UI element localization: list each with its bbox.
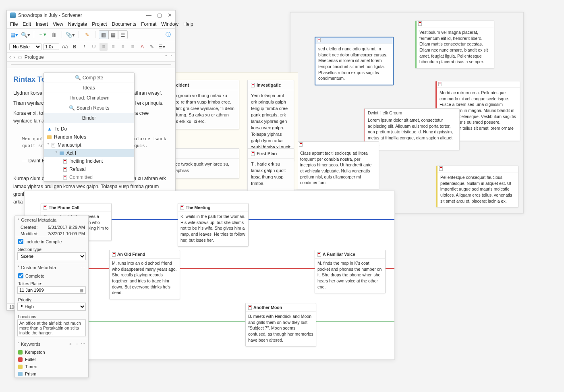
timeline-card-oldfriend[interactable]: An Old Friend M. runs into an old school…: [109, 250, 180, 299]
note-body: Class aptent taciti sociosqu ad litora t…: [297, 148, 379, 189]
binder-item-refusal[interactable]: Refusal: [44, 165, 134, 173]
menu-project[interactable]: Project: [92, 21, 107, 27]
align-right-button[interactable]: ≡: [119, 43, 127, 51]
ruler[interactable]: [7, 62, 175, 68]
note-card[interactable]: Vestibulum vel magna placerat, fermentum…: [415, 21, 494, 68]
created-label: Created:: [21, 225, 37, 230]
priority-select[interactable]: !! High: [17, 303, 86, 311]
menu-edit[interactable]: Edit: [23, 21, 31, 27]
menu-file[interactable]: File: [10, 21, 18, 27]
menu-window[interactable]: Window: [161, 21, 178, 27]
search-icon[interactable]: 🔍▾: [21, 30, 31, 39]
keyword-swatch: [18, 357, 23, 362]
binder-head-search[interactable]: 🔍Search Results: [44, 103, 134, 113]
binder-toggle-icon[interactable]: ▤▾: [9, 30, 19, 39]
takes-place-label: Takes Place:: [15, 280, 88, 286]
compose-icon[interactable]: ✎: [82, 30, 92, 39]
binder-item-random[interactable]: Random Notes: [44, 133, 134, 141]
note-card[interactable]: Class aptent taciti sociosqu ad litora t…: [296, 141, 379, 189]
view-corkboard-icon[interactable]: ▦: [108, 30, 118, 39]
binder-item-act1[interactable]: ˅Act I: [44, 149, 134, 157]
menu-format[interactable]: Format: [141, 21, 156, 27]
binder-head-thread[interactable]: Thread: Chinatown: [44, 93, 134, 103]
menu-insert[interactable]: Insert: [36, 21, 48, 27]
takes-place-input[interactable]: [17, 286, 86, 294]
locations-text[interactable]: An office at the airfield; not much more…: [17, 319, 86, 336]
info-icon[interactable]: ⓘ: [163, 30, 173, 39]
underline-button[interactable]: U: [90, 43, 98, 51]
include-compile-checkbox[interactable]: [18, 239, 23, 244]
view-outline-icon[interactable]: ☰: [118, 30, 128, 39]
keyword-more-icon[interactable]: ⋯: [81, 341, 86, 346]
card-icon: [112, 252, 116, 257]
complete-checkbox[interactable]: [18, 273, 23, 278]
app-icon: [10, 12, 16, 18]
binder-item-manuscript[interactable]: ˅Manuscript: [44, 141, 134, 149]
keyword-item[interactable]: Kempston: [15, 348, 88, 356]
font-size-icon[interactable]: Aa: [61, 43, 69, 51]
binder-popup[interactable]: 🔍Complete Ideas Thread: Chinatown 🔍Searc…: [44, 73, 135, 182]
nav-up-icon[interactable]: ˄: [165, 54, 168, 60]
card-body: M. runs into an old school friend who di…: [110, 259, 180, 299]
nav-forward-icon[interactable]: ›: [13, 54, 15, 60]
nav-path[interactable]: Prologue: [25, 54, 44, 60]
custom-metadata-header[interactable]: ˅Custom Metadata⋯: [15, 263, 88, 272]
card-icon: [317, 252, 321, 257]
card-icon: [251, 83, 255, 87]
keyword-item[interactable]: Fuller: [15, 356, 88, 363]
view-document-icon[interactable]: ▥: [99, 30, 108, 39]
align-left-button[interactable]: ≡: [100, 43, 108, 51]
menu-documents[interactable]: Documents: [112, 21, 137, 27]
keywords-header[interactable]: ˅Keywords＋ － ⋯: [15, 339, 88, 348]
cork-card-firstplan[interactable]: First Plan Ti, harle erk su lamax galph …: [247, 148, 294, 191]
zoom-input[interactable]: [43, 44, 59, 50]
minimize-button[interactable]: —: [146, 12, 151, 18]
binder-head-ideas[interactable]: Ideas: [44, 83, 134, 93]
close-button[interactable]: ✕: [168, 12, 172, 18]
chevron-down-icon[interactable]: ˅: [55, 151, 57, 156]
manuscript-icon: [52, 143, 55, 147]
section-type-select[interactable]: Scene: [17, 252, 86, 260]
binder-item-committed[interactable]: Committed: [44, 173, 134, 181]
timeline-card-familiar[interactable]: A Familiar Voice M. finds the map in K's…: [315, 250, 386, 293]
trash-icon[interactable]: 🗑: [49, 30, 58, 39]
binder-item-inciting[interactable]: Inciting Incident: [44, 157, 134, 165]
align-center-button[interactable]: ≡: [109, 43, 117, 51]
attach-icon[interactable]: 📎▾: [65, 30, 75, 39]
note-card[interactable]: Pellentesque consequat faucibus pellente…: [436, 166, 518, 207]
titlebar: Snowdrops in July - Scrivener — ▢ ✕: [7, 10, 175, 20]
general-metadata-header[interactable]: ˅General Metadata: [15, 216, 88, 224]
add-icon[interactable]: ＋▾: [37, 30, 47, 39]
more-icon[interactable]: ⋯: [81, 265, 86, 270]
bold-button[interactable]: B: [70, 43, 79, 51]
keyword-item[interactable]: Prism: [15, 370, 88, 377]
binder-head-binder[interactable]: Binder: [44, 113, 134, 123]
remove-keyword-icon[interactable]: －: [75, 341, 79, 346]
keyword-item[interactable]: Timex: [15, 363, 88, 370]
card-icon: [418, 21, 422, 26]
nav-back-icon[interactable]: ‹: [9, 54, 11, 60]
calendar-icon[interactable]: ▦: [79, 288, 83, 293]
highlight-button[interactable]: ✎: [148, 43, 156, 51]
binder-item-todo[interactable]: ▲To Do: [44, 125, 134, 133]
card-title: A Familiar Voice: [323, 252, 355, 257]
alert-icon: ▲: [47, 126, 52, 132]
menu-navigate[interactable]: Navigate: [68, 21, 87, 27]
timeline-card-moon[interactable]: Another Moon B. meets with Hendrick and …: [245, 303, 316, 346]
note-card[interactable]: sed eleifend nunc odio quis mi. In bland…: [315, 37, 394, 85]
card-title: The Phone Call: [49, 205, 79, 210]
menu-view[interactable]: View: [53, 21, 63, 27]
align-justify-button[interactable]: ≡: [129, 43, 137, 51]
menu-help[interactable]: Help: [183, 21, 193, 27]
list-button[interactable]: ☰▾: [158, 43, 166, 51]
add-keyword-icon[interactable]: ＋: [68, 341, 73, 346]
keyword-swatch: [18, 365, 23, 369]
timeline-card-meeting[interactable]: The Meeting K. waits in the park for the…: [178, 203, 249, 247]
nav-down-icon[interactable]: ˅: [170, 54, 173, 60]
maximize-button[interactable]: ▢: [157, 12, 162, 18]
chevron-down-icon[interactable]: ˅: [47, 143, 49, 147]
binder-head-complete[interactable]: 🔍Complete: [44, 73, 134, 83]
style-select[interactable]: No Style: [9, 43, 41, 50]
italic-button[interactable]: I: [80, 43, 88, 51]
text-color-button[interactable]: A: [138, 43, 146, 51]
